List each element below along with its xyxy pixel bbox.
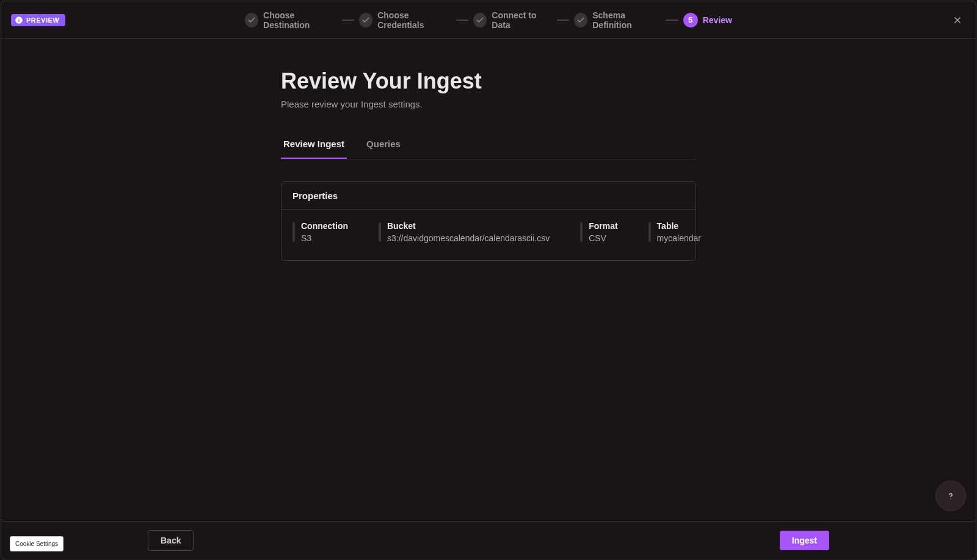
property-value: s3://davidgomescalendar/calendarascii.cs… (387, 233, 550, 243)
check-icon (359, 13, 372, 27)
step-choose-credentials[interactable]: Choose Credentials (359, 10, 451, 30)
close-icon (953, 15, 962, 25)
modal-header: PREVIEW Choose Destination Choose Creden… (1, 1, 976, 39)
close-button[interactable] (950, 13, 965, 27)
preview-badge: PREVIEW (11, 14, 65, 26)
property-accent-bar (379, 222, 381, 242)
step-label: Choose Credentials (377, 10, 451, 30)
ingest-button[interactable]: Ingest (780, 531, 829, 550)
step-choose-destination[interactable]: Choose Destination (245, 10, 337, 30)
page-title: Review Your Ingest (281, 68, 696, 94)
modal-content: Review Your Ingest Please review your In… (1, 39, 976, 521)
back-button[interactable]: Back (148, 530, 194, 551)
property-value: CSV (589, 233, 617, 243)
property-value: S3 (301, 233, 348, 243)
property-label: Format (589, 221, 617, 231)
svg-point-2 (18, 18, 20, 19)
help-icon (945, 490, 956, 501)
property-connection: Connection S3 (292, 221, 348, 243)
step-number: 5 (683, 13, 698, 27)
property-label: Connection (301, 221, 348, 231)
property-bucket: Bucket s3://davidgomescalendar/calendara… (379, 221, 550, 243)
property-accent-bar (580, 222, 583, 242)
page-subtitle: Please review your Ingest settings. (281, 99, 696, 109)
step-label: Connect to Data (492, 10, 552, 30)
step-label: Choose Destination (263, 10, 337, 30)
property-table: Table mycalendar (648, 221, 701, 243)
info-icon (15, 16, 23, 24)
tab-review-ingest[interactable]: Review Ingest (281, 139, 347, 159)
stepper: Choose Destination Choose Credentials Co… (245, 10, 732, 30)
step-label: Schema Definition (592, 10, 661, 30)
step-divider (666, 20, 678, 21)
step-review[interactable]: 5 Review (683, 13, 732, 27)
property-format: Format CSV (580, 221, 617, 243)
step-divider (342, 20, 354, 21)
step-connect-to-data[interactable]: Connect to Data (473, 10, 552, 30)
check-icon (574, 13, 587, 27)
check-icon (245, 13, 258, 27)
step-label: Review (703, 15, 732, 25)
properties-card: Properties Connection S3 Bucket s3:// (281, 181, 696, 261)
tabs: Review Ingest Queries (281, 139, 696, 159)
property-label: Table (657, 221, 701, 231)
check-icon (473, 13, 487, 27)
properties-header: Properties (281, 182, 696, 210)
cookie-settings-button[interactable]: Cookie Settings (10, 536, 64, 551)
tab-queries[interactable]: Queries (364, 139, 403, 159)
modal-footer: Back Ingest (1, 521, 976, 559)
property-value: mycalendar (657, 233, 701, 243)
step-divider (456, 20, 468, 21)
step-divider (557, 20, 569, 21)
properties-body: Connection S3 Bucket s3://davidgomescale… (281, 210, 696, 260)
property-accent-bar (292, 222, 295, 242)
preview-badge-label: PREVIEW (26, 16, 59, 24)
help-button[interactable] (935, 481, 966, 511)
property-accent-bar (648, 222, 651, 242)
step-schema-definition[interactable]: Schema Definition (574, 10, 661, 30)
property-label: Bucket (387, 221, 550, 231)
